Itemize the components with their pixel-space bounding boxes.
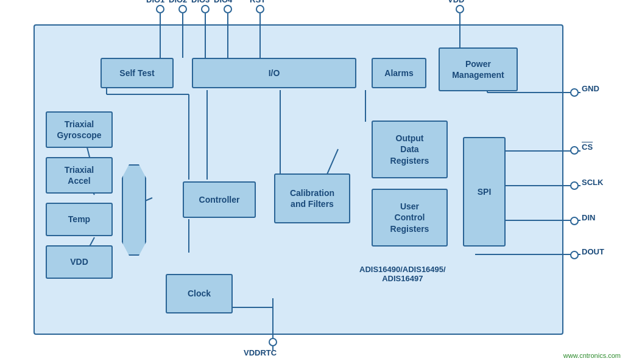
power-mgmt-block: Power Management: [439, 47, 518, 91]
sclk-label: SCLK: [582, 178, 603, 187]
cs-pin: [570, 146, 579, 155]
self-test-block: Self Test: [101, 58, 174, 88]
rst-pin: [256, 5, 264, 13]
io-block: I/O: [192, 58, 356, 88]
dio1-pin: [156, 5, 164, 13]
vddrtc-label: VDDRTC: [244, 348, 277, 357]
dout-pin: [570, 251, 579, 259]
dout-label: DOUT: [582, 247, 604, 256]
dio3-label: DIO3: [191, 0, 210, 4]
sclk-pin: [570, 181, 579, 190]
spi-block: SPI: [463, 137, 506, 247]
dio2-label: DIO2: [169, 0, 187, 4]
clock-block: Clock: [166, 274, 233, 313]
dio4-label: DIO4: [214, 0, 232, 4]
cs-label: CS: [582, 142, 593, 152]
vdd-top-label: VDD: [448, 0, 464, 4]
alarms-block: Alarms: [372, 58, 426, 88]
mux-block: [122, 164, 146, 256]
din-pin: [570, 217, 579, 225]
accel-block: Triaxial Accel: [46, 157, 113, 194]
temp-block: Temp: [46, 203, 113, 236]
gnd-label: GND: [582, 84, 599, 93]
dio2-pin: [178, 5, 187, 13]
vdd-sensor-block: VDD: [46, 245, 113, 279]
model-label: ADIS16490/ADIS16495/ ADIS16497: [359, 265, 446, 283]
gyroscope-block: Triaxial Gyroscope: [46, 111, 113, 148]
dio3-pin: [201, 5, 210, 13]
rst-label: RST: [250, 0, 266, 4]
dio1-label: DIO1: [146, 0, 164, 4]
user-regs-block: User Control Registers: [372, 189, 448, 247]
dio4-pin: [224, 5, 232, 13]
vdd-top-pin: [456, 5, 464, 13]
diagram-container: Self Test I/O Alarms Power Management Tr…: [0, 0, 628, 364]
website-label: www.cntronics.com: [563, 352, 621, 359]
cal-filters-block: Calibration and Filters: [274, 173, 350, 223]
gnd-pin: [570, 88, 579, 97]
vddrtc-pin: [269, 338, 277, 346]
output-regs-block: Output Data Registers: [372, 121, 448, 178]
din-label: DIN: [582, 213, 595, 222]
controller-block: Controller: [183, 181, 256, 218]
